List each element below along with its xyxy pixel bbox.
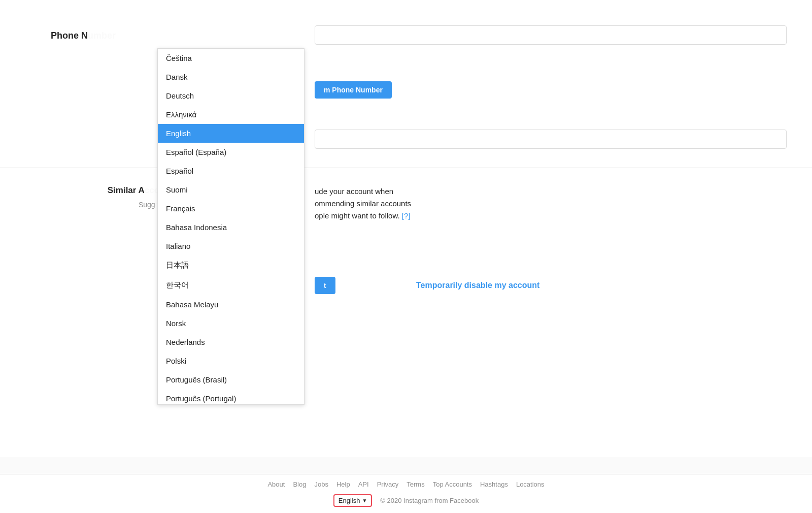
dropdown-item[interactable]: English [158, 124, 304, 143]
dropdown-item[interactable]: Dansk [158, 68, 304, 86]
footer-nav-link[interactable]: About [267, 480, 285, 488]
divider-1 [0, 168, 812, 168]
submit-button[interactable]: t [315, 277, 335, 294]
footer-nav-link[interactable]: Jobs [314, 480, 328, 488]
second-input[interactable] [315, 130, 787, 149]
footer-nav-link[interactable]: Privacy [377, 480, 399, 488]
dropdown-item[interactable]: Italiano [158, 237, 304, 255]
phone-label: Phone Number [51, 30, 116, 41]
footer-bottom: English ▼ © 2020 Instagram from Facebook [0, 492, 812, 513]
dropdown-item[interactable]: Norsk [158, 314, 304, 333]
footer-nav-link[interactable]: Hashtags [480, 480, 508, 488]
footer-nav-link[interactable]: Terms [407, 480, 424, 488]
dropdown-item[interactable]: Polski [158, 351, 304, 370]
dropdown-item[interactable]: Español (España) [158, 143, 304, 162]
dropdown-scroll[interactable]: ČeštinaDanskDeutschΕλληνικάEnglishEspaño… [158, 49, 304, 404]
footer-nav-link[interactable]: Top Accounts [433, 480, 472, 488]
footer: AboutBlogJobsHelpAPIPrivacyTermsTop Acco… [0, 474, 812, 513]
dropdown-item[interactable]: Čeština [158, 49, 304, 68]
confirm-phone-button[interactable]: m Phone Number [315, 81, 392, 99]
footer-nav-link[interactable]: Help [336, 480, 350, 488]
dropdown-item[interactable]: Bahasa Indonesia [158, 218, 304, 237]
disable-account-link[interactable]: Temporarily disable my account [416, 281, 539, 290]
dropdown-item[interactable]: Nederlands [158, 333, 304, 351]
footer-nav-link[interactable]: API [358, 480, 369, 488]
dropdown-item[interactable]: 日本語 [158, 255, 304, 275]
chevron-down-icon: ▼ [362, 498, 367, 503]
footer-nav: AboutBlogJobsHelpAPIPrivacyTermsTop Acco… [0, 474, 812, 492]
footer-nav-link[interactable]: Locations [516, 480, 545, 488]
dropdown-item[interactable]: Suomi [158, 180, 304, 199]
dropdown-item[interactable]: Bahasa Melayu [158, 295, 304, 314]
language-selector-text: English [339, 497, 360, 504]
content-area: Phone Number m Phone Number Similar Acco… [0, 0, 812, 457]
dropdown-item[interactable]: Deutsch [158, 86, 304, 105]
language-dropdown[interactable]: ČeštinaDanskDeutschΕλληνικάEnglishEspaño… [157, 48, 304, 405]
similar-accounts-text: ude your account when ommending similar … [315, 185, 411, 222]
dropdown-item[interactable]: Français [158, 199, 304, 218]
language-selector[interactable]: English ▼ [333, 494, 373, 507]
help-link[interactable]: [?] [402, 211, 411, 220]
footer-nav-link[interactable]: Blog [293, 480, 306, 488]
phone-input[interactable] [315, 25, 787, 45]
dropdown-item[interactable]: Português (Portugal) [158, 389, 304, 404]
dropdown-item[interactable]: Português (Brasil) [158, 370, 304, 389]
copyright-text: © 2020 Instagram from Facebook [380, 497, 479, 504]
dropdown-item[interactable]: Ελληνικά [158, 105, 304, 124]
dropdown-item[interactable]: Español [158, 162, 304, 180]
dropdown-item[interactable]: 한국어 [158, 275, 304, 295]
